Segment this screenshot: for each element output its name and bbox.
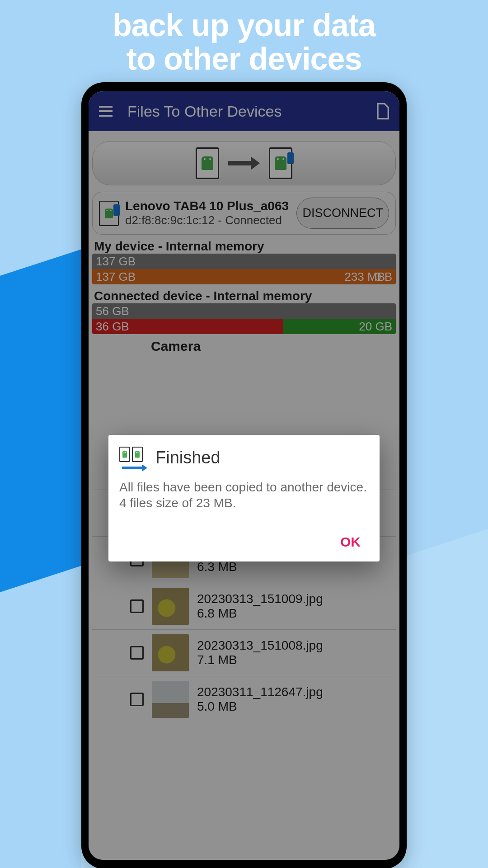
dialog-message: All files have been copied to another de… — [119, 479, 369, 511]
device-frame: Files To Other Devices Lenovo TAB4 10 Pl… — [81, 82, 407, 868]
promo-line-2: to other devices — [0, 42, 488, 76]
promo-line-1: back up your data — [0, 9, 488, 42]
screen: Files To Other Devices Lenovo TAB4 10 Pl… — [89, 91, 399, 860]
dialog-transfer-icon — [119, 447, 146, 468]
finished-dialog: Finished All files have been copied to a… — [108, 435, 380, 561]
dialog-ok-button[interactable]: OK — [332, 531, 369, 553]
dialog-title: Finished — [155, 448, 221, 467]
promo-headline: back up your data to other devices — [0, 9, 488, 75]
